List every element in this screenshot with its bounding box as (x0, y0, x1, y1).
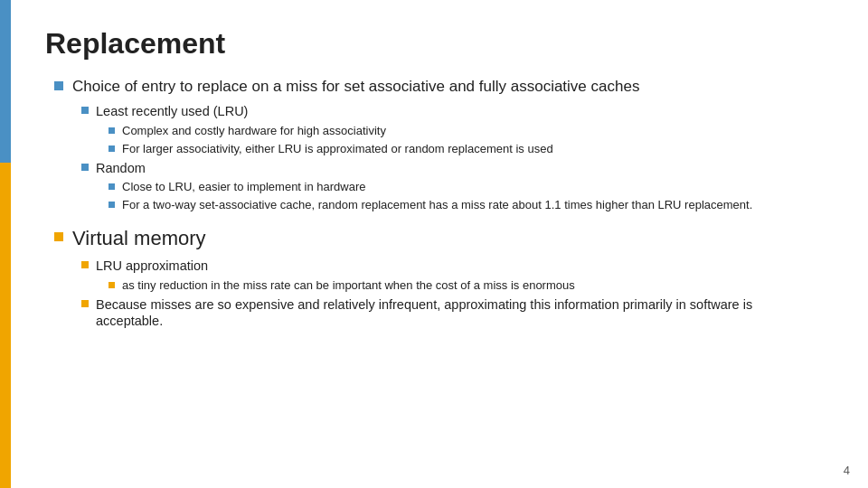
list-item: Choice of entry to replace on a miss for… (54, 77, 823, 98)
page-number: 4 (844, 464, 850, 477)
list-item: Least recently used (LRU) (54, 103, 823, 120)
bullet-marker (108, 127, 115, 134)
list-item: as tiny reduction in the miss rate can b… (54, 278, 823, 294)
bullet-marker (81, 107, 89, 114)
bullet-text: as tiny reduction in the miss rate can b… (122, 278, 575, 294)
list-item: Virtual memory (54, 225, 823, 252)
bullet-text: Least recently used (LRU) (96, 103, 248, 120)
bullet-marker (81, 164, 89, 171)
bullet-text: Because misses are so expensive and rela… (96, 296, 823, 331)
bullet-text: For larger associativity, either LRU is … (122, 142, 553, 157)
bullet-text: Choice of entry to replace on a miss for… (72, 77, 639, 98)
bullet-marker (108, 202, 115, 208)
slide-content: Choice of entry to replace on a miss for… (45, 77, 823, 330)
bullet-marker (108, 183, 115, 190)
list-item: Close to LRU, easier to implement in har… (54, 180, 823, 195)
list-item: LRU approximation (54, 258, 823, 275)
list-item: Complex and costly hardware for high ass… (54, 124, 823, 139)
list-item: Random (54, 160, 823, 177)
bullet-marker (108, 282, 115, 288)
bullet-text: Virtual memory (72, 225, 206, 252)
accent-bar-blue (0, 0, 11, 163)
bullet-text: Random (96, 160, 146, 177)
slide: Replacement Choice of entry to replace o… (0, 0, 868, 488)
bullet-text: Close to LRU, easier to implement in har… (122, 180, 366, 195)
bullet-marker (81, 261, 89, 268)
bullet-marker (54, 81, 63, 90)
list-item: For a two-way set-associative cache, ran… (54, 198, 823, 213)
slide-title: Replacement (45, 27, 823, 61)
bullet-text: For a two-way set-associative cache, ran… (122, 198, 752, 213)
bullet-marker (108, 145, 115, 152)
list-item: Because misses are so expensive and rela… (54, 296, 823, 331)
list-item: For larger associativity, either LRU is … (54, 142, 823, 157)
bullet-marker (81, 300, 89, 307)
bullet-marker (54, 232, 63, 241)
bullet-text: Complex and costly hardware for high ass… (122, 124, 386, 139)
accent-bar-yellow (0, 163, 11, 488)
bullet-text: LRU approximation (96, 258, 208, 275)
